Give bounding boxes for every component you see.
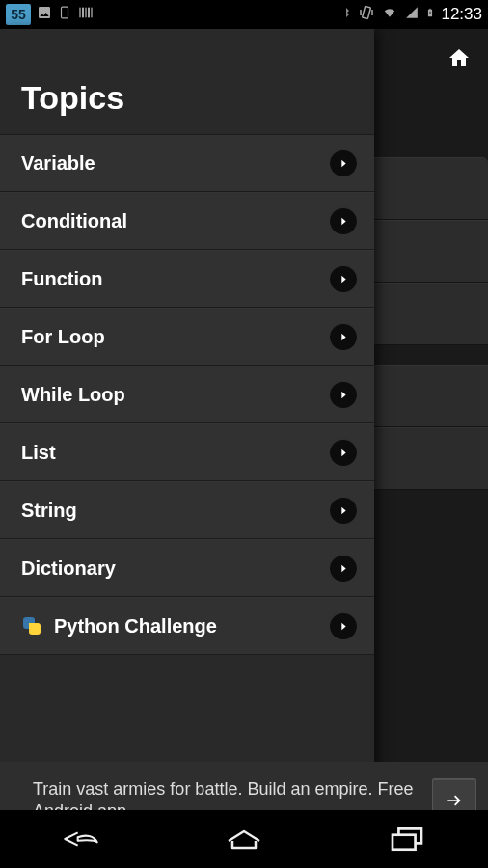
status-time: 12:33 xyxy=(441,5,482,24)
home-nav-button[interactable] xyxy=(196,820,292,858)
signal-icon xyxy=(404,6,420,23)
chevron-right-icon xyxy=(330,265,357,292)
topic-label: String xyxy=(21,500,330,522)
bluetooth-icon xyxy=(340,4,352,25)
topic-label: Variable xyxy=(21,152,330,175)
topic-item-variable[interactable]: Variable xyxy=(0,134,374,192)
back-button[interactable] xyxy=(33,820,129,858)
vibrate-icon xyxy=(358,4,375,25)
topic-item-function[interactable]: Function xyxy=(0,250,374,308)
topic-item-for-loop[interactable]: For Loop xyxy=(0,308,374,366)
topic-label: List xyxy=(21,442,330,464)
wifi-icon xyxy=(381,6,398,23)
battery-icon xyxy=(425,4,435,25)
topic-item-list[interactable]: List xyxy=(0,423,374,481)
chevron-right-icon xyxy=(330,439,357,466)
topic-list: VariableConditionalFunctionFor LoopWhile… xyxy=(0,134,374,655)
topic-label: Function xyxy=(21,268,330,290)
status-left: 55 xyxy=(6,4,95,25)
svg-rect-2 xyxy=(82,8,84,18)
status-badge: 55 xyxy=(6,4,31,25)
svg-rect-1 xyxy=(79,8,80,18)
image-icon xyxy=(37,5,52,24)
svg-rect-3 xyxy=(85,8,86,18)
topic-label: Python Challenge xyxy=(54,615,330,637)
topic-item-conditional[interactable]: Conditional xyxy=(0,192,374,250)
status-bar: 55 12:33 xyxy=(0,0,488,29)
svg-rect-9 xyxy=(393,835,416,850)
svg-rect-0 xyxy=(62,7,68,18)
chevron-right-icon xyxy=(330,207,357,234)
topic-item-python-challenge[interactable]: Python Challenge xyxy=(0,597,374,655)
system-nav-bar xyxy=(0,810,488,868)
svg-rect-8 xyxy=(430,9,432,10)
python-icon xyxy=(21,615,42,637)
topic-label: For Loop xyxy=(21,326,330,348)
recent-apps-button[interactable] xyxy=(359,820,455,858)
svg-rect-4 xyxy=(88,8,90,18)
app-body: Topics VariableConditionalFunctionFor Lo… xyxy=(0,29,488,810)
status-right: 12:33 xyxy=(340,4,482,25)
topic-label: Conditional xyxy=(21,210,330,232)
drawer-title: Topics xyxy=(0,29,374,134)
navigation-drawer: Topics VariableConditionalFunctionFor Lo… xyxy=(0,29,374,810)
chevron-right-icon xyxy=(330,323,357,350)
topic-item-string[interactable]: String xyxy=(0,481,374,539)
chevron-right-icon xyxy=(330,381,357,408)
chevron-right-icon xyxy=(330,497,357,524)
topic-label: Dictionary xyxy=(21,557,330,580)
phone-icon xyxy=(58,4,71,25)
svg-rect-6 xyxy=(363,6,371,18)
svg-rect-5 xyxy=(91,8,92,18)
topic-item-while-loop[interactable]: While Loop xyxy=(0,366,374,423)
topic-item-dictionary[interactable]: Dictionary xyxy=(0,539,374,597)
topic-label: While Loop xyxy=(21,384,330,406)
barcode-icon xyxy=(77,5,95,24)
chevron-right-icon xyxy=(330,149,357,176)
chevron-right-icon xyxy=(330,555,357,582)
home-button[interactable] xyxy=(440,39,478,77)
chevron-right-icon xyxy=(330,612,357,639)
